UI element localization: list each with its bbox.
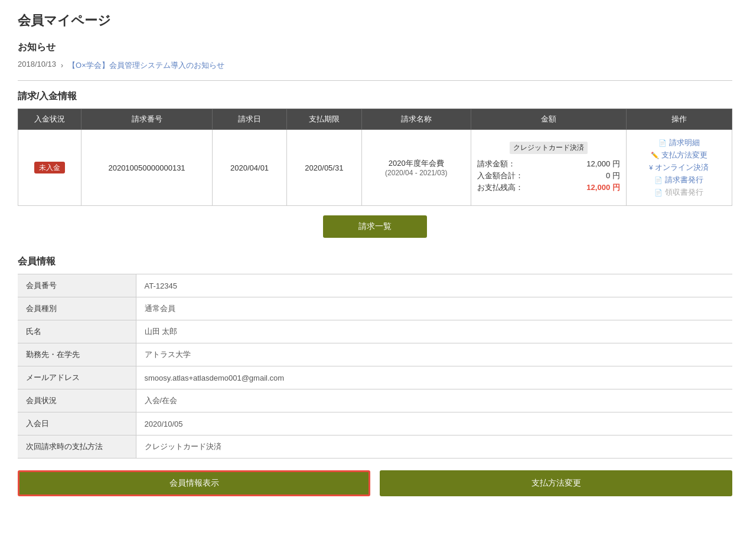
- billed-amount-row: 請求金額： 12,000 円: [477, 159, 620, 169]
- due-date-cell: 2020/05/31: [287, 130, 361, 206]
- billing-section-title: 請求/入金情報: [18, 90, 732, 103]
- member-status-value: 入会/在会: [136, 389, 732, 412]
- billed-label: 請求金額：: [477, 159, 516, 169]
- op-change-payment[interactable]: ✏️支払方法変更: [632, 150, 726, 161]
- member-type-value: 通常会員: [136, 297, 732, 320]
- member-section: 会員情報 会員番号 AT-12345 会員種別 通常会員 氏名 山田 太郎 勤務…: [18, 256, 732, 496]
- col-amount: 金額: [471, 109, 627, 130]
- member-email-label: メールアドレス: [18, 366, 136, 389]
- balance-amount-row: お支払残高： 12,000 円: [477, 182, 620, 193]
- payment-change-button[interactable]: 支払方法変更: [380, 470, 732, 496]
- member-payment-label: 次回請求時の支払方法: [18, 435, 136, 459]
- bottom-buttons: 会員情報表示 支払方法変更: [18, 470, 732, 496]
- billing-list-button-container: 請求一覧: [18, 215, 732, 238]
- col-invoice-num: 請求番号: [81, 109, 213, 130]
- member-row-name: 氏名 山田 太郎: [18, 320, 732, 343]
- received-label: 入金額合計：: [477, 171, 523, 181]
- member-workplace-value: アトラス大学: [136, 343, 732, 366]
- member-join-date-label: 入会日: [18, 412, 136, 435]
- notice-section: お知らせ 2018/10/13 › 【O×学会】会員管理システム導入のお知らせ: [18, 41, 732, 71]
- balance-value: 12,000 円: [573, 182, 620, 193]
- member-join-date-value: 2020/10/05: [136, 412, 732, 435]
- operations-cell: 📄請求明細 ✏️支払方法変更 ¥オンライン決済 📄請求書発行 📄領収書発行: [626, 130, 732, 206]
- member-type-label: 会員種別: [18, 297, 136, 320]
- page-title: 会員マイページ: [18, 12, 732, 30]
- divider: [18, 80, 732, 81]
- billing-amount-cell: クレジットカード決済 請求金額： 12,000 円 入金額合計： 0 円 お支払…: [471, 130, 627, 206]
- member-name-value: 山田 太郎: [136, 320, 732, 343]
- col-name: 請求名称: [361, 109, 471, 130]
- notice-date: 2018/10/13: [18, 60, 56, 68]
- table-row: 未入金 202010050000000131 2020/04/01 2020/0…: [18, 130, 732, 206]
- billing-section: 請求/入金情報 入金状況 請求番号 請求日 支払期限 請求名称 金額 操作 未入…: [18, 90, 732, 238]
- notice-link[interactable]: 【O×学会】会員管理システム導入のお知らせ: [68, 60, 224, 71]
- member-status-label: 会員状況: [18, 389, 136, 412]
- col-status: 入金状況: [18, 109, 81, 130]
- billing-table-header: 入金状況 請求番号 請求日 支払期限 請求名称 金額 操作: [18, 109, 732, 130]
- doc3-icon: 📄: [654, 189, 663, 196]
- billing-table-body: 未入金 202010050000000131 2020/04/01 2020/0…: [18, 130, 732, 206]
- member-workplace-label: 勤務先・在学先: [18, 343, 136, 366]
- edit-icon: ✏️: [651, 152, 659, 159]
- billed-value: 12,000 円: [573, 159, 620, 169]
- member-row-number: 会員番号 AT-12345: [18, 274, 732, 297]
- member-name-label: 氏名: [18, 320, 136, 343]
- col-invoice-date: 請求日: [212, 109, 286, 130]
- member-info-table: 会員番号 AT-12345 会員種別 通常会員 氏名 山田 太郎 勤務先・在学先…: [18, 274, 732, 459]
- op-issue-receipt: 📄領収書発行: [632, 187, 726, 198]
- member-row-workplace: 勤務先・在学先 アトラス大学: [18, 343, 732, 366]
- doc2-icon: 📄: [654, 176, 663, 184]
- member-number-label: 会員番号: [18, 274, 136, 297]
- balance-label: お支払残高：: [477, 182, 523, 193]
- notice-row: 2018/10/13 › 【O×学会】会員管理システム導入のお知らせ: [18, 60, 732, 71]
- chevron-icon: ›: [61, 61, 63, 70]
- billing-name: 2020年度年会費: [368, 158, 465, 169]
- notice-section-title: お知らせ: [18, 41, 732, 54]
- op-invoice-detail[interactable]: 📄請求明細: [632, 137, 726, 148]
- col-due-date: 支払期限: [287, 109, 361, 130]
- billing-name-cell: 2020年度年会費 (2020/04 - 2021/03): [361, 130, 471, 206]
- op-issue-invoice[interactable]: 📄請求書発行: [632, 175, 726, 185]
- member-row-status: 会員状況 入会/在会: [18, 389, 732, 412]
- member-row-type: 会員種別 通常会員: [18, 297, 732, 320]
- member-email-value: smoosy.atlas+atlasdemo001@gmail.com: [136, 366, 732, 389]
- received-value: 0 円: [573, 171, 620, 181]
- status-cell: 未入金: [18, 130, 81, 206]
- invoice-number-cell: 202010050000000131: [81, 130, 213, 206]
- member-section-title: 会員情報: [18, 256, 732, 268]
- member-row-email: メールアドレス smoosy.atlas+atlasdemo001@gmail.…: [18, 366, 732, 389]
- member-payment-value: クレジットカード決済: [136, 435, 732, 459]
- col-operations: 操作: [626, 109, 732, 130]
- op-online-payment[interactable]: ¥オンライン決済: [632, 162, 726, 173]
- yen-icon: ¥: [649, 164, 653, 171]
- profile-display-button[interactable]: 会員情報表示: [18, 470, 370, 496]
- member-number-value: AT-12345: [136, 274, 732, 297]
- billing-table: 入金状況 請求番号 請求日 支払期限 請求名称 金額 操作 未入金 202010…: [18, 109, 732, 206]
- invoice-date-cell: 2020/04/01: [212, 130, 286, 206]
- billing-list-button[interactable]: 請求一覧: [323, 215, 427, 238]
- member-row-join-date: 入会日 2020/10/05: [18, 412, 732, 435]
- doc-icon: 📄: [658, 139, 667, 146]
- member-row-payment: 次回請求時の支払方法 クレジットカード決済: [18, 435, 732, 459]
- status-badge: 未入金: [34, 162, 65, 173]
- billing-name-sub: (2020/04 - 2021/03): [368, 169, 465, 177]
- payment-method-label: クレジットカード決済: [510, 142, 588, 154]
- received-amount-row: 入金額合計： 0 円: [477, 171, 620, 181]
